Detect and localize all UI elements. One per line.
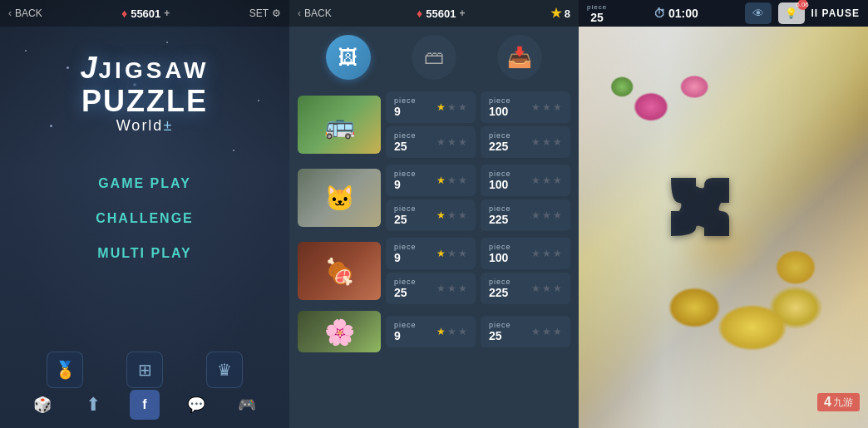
watermark: 4 九游 [817,393,860,411]
crown-icon: ♛ [217,360,232,380]
top-bar-right: piece 25 ⏱ 01:00 👁 💡 6.06 II PAUSE [579,0,868,27]
tab-photo[interactable]: 🖼 [326,35,371,80]
puzzle-options-food2: piece 100 ★ ★ ★ piece 225 [481,238,570,304]
star-dot [25,50,27,52]
logo: JJIGSAW PUZZLE World± [81,52,210,135]
puzzle-group-flowers: 🌸 piece 9 ★ ★ ★ [298,311,570,352]
main-menu: GAME PLAY CHALLENGE MULTI PLAY [0,168,289,269]
dice-button[interactable]: 🎲 [27,390,57,420]
puzzle-options-cat: piece 9 ★ ★ ★ piece 25 [386,165,476,231]
gamepad-button[interactable]: 🎮 [232,390,262,420]
menu-item-multiplay[interactable]: MULTI PLAY [45,238,244,269]
share-icon: ⬆ [86,394,101,416]
piece-option-cat-25[interactable]: piece 25 ★ ★ ★ [386,199,476,231]
eye-button[interactable]: 👁 [745,2,772,24]
piece-option-flowers-9[interactable]: piece 9 ★ ★ ★ [386,316,476,347]
crown-button[interactable]: ♛ [206,352,243,388]
set-label: SET [249,7,269,19]
puzzle-thumb-flowers[interactable]: 🌸 [298,311,381,352]
facebook-button[interactable]: f [130,390,160,420]
grid-icon: ⊞ [138,360,152,380]
gems-value: 55601 [131,7,160,20]
star-icon: ★ [550,6,561,21]
menu-item-gameplay[interactable]: GAME PLAY [45,168,244,199]
piece-stars: ★ ★ ★ [531,136,562,148]
right-controls: 👁 💡 6.06 II PAUSE [745,2,860,24]
piece-option-cat-9[interactable]: piece 9 ★ ★ ★ [386,165,476,196]
puzzle-thumb-cat[interactable]: 🐱 [298,169,381,227]
tab-gallery[interactable]: 🗃 [412,35,456,80]
puzzle-row-beach: 🚌 piece 9 ★ ★ ★ [298,91,570,158]
chevron-left-icon: ‹ [298,7,301,19]
photo-icon: 🖼 [338,46,358,69]
gallery-icon: 🗃 [424,46,444,69]
piece-option-food-100[interactable]: piece 100 ★ ★ ★ [481,238,570,269]
puzzle-row-food: 🍖 piece 9 ★ ★ ★ [298,238,570,304]
puzzle-row-cat: 🐱 piece 9 ★ ★ ★ [298,165,570,231]
piece-option-100[interactable]: piece 100 ★ ★ ★ [481,91,570,123]
piece-option-25[interactable]: piece 25 ★ ★ ★ [386,126,476,158]
top-bar-mid: ‹ BACK ♦ 55601 + ★ 8 [289,0,579,27]
middle-panel: ‹ BACK ♦ 55601 + ★ 8 🖼 🗃 📥 🚌 [289,0,579,428]
clock-icon: ⏱ [653,7,665,20]
piece-option-flowers-25[interactable]: piece 25 ★ ★ ★ [481,316,570,347]
grid-button[interactable]: ⊞ [126,352,163,388]
menu-item-challenge[interactable]: CHALLENGE [45,203,244,234]
piece-option-cat-100[interactable]: piece 100 ★ ★ ★ [481,165,570,196]
star-dot [258,100,259,101]
piece-option-cat-225[interactable]: piece 225 ★ ★ ★ [481,199,570,231]
chat-icon: 💬 [187,396,205,414]
piece-stars: ★ ★ ★ [531,248,562,259]
piece-stars: ★ ★ ★ [531,175,562,186]
watermark-num: 4 [824,395,831,410]
piece-option-food-225[interactable]: piece 225 ★ ★ ★ [481,273,570,304]
piece-option-food-25[interactable]: piece 25 ★ ★ ★ [386,273,476,304]
back-button-mid[interactable]: ‹ BACK [298,7,332,19]
achievement-button[interactable]: 🏅 [47,352,83,388]
stars-display: ★ 8 [550,6,570,21]
logo-title: JJIGSAW PUZZLE [81,52,210,117]
gems-display-mid: ♦ 55601 + [417,7,465,20]
piece-option-225[interactable]: piece 225 ★ ★ ★ [481,126,570,158]
piece-option-food-9[interactable]: piece 9 ★ ★ ★ [386,238,476,269]
piece-label: piece 225 [489,204,511,226]
puzzle-background: 4 九游 [579,27,868,428]
piece-option-9[interactable]: piece 9 ★ ★ ★ [386,91,476,123]
gamepad-icon: 🎮 [238,396,256,414]
stars-count: 8 [565,7,570,20]
hint-count-badge: 6.06 [797,0,808,10]
gem-icon-mid: ♦ [417,7,422,20]
left-panel: ‹ BACK ♦ 55601 + SET ⚙ JJIGSAW PUZZLE Wo… [0,0,289,428]
piece-label: piece 9 [394,96,417,118]
puzzle-options-food: piece 9 ★ ★ ★ piece 25 [386,238,476,304]
piece-stars: ★ ★ ★ [531,101,562,113]
puzzle-thumb-beach[interactable]: 🚌 [298,96,381,154]
logo-world: World± [81,117,210,135]
puzzle-options-cat2: piece 100 ★ ★ ★ piece 225 [481,165,570,231]
top-bar: ‹ BACK ♦ 55601 + SET ⚙ [0,0,289,27]
hint-icon: 💡 [785,7,797,19]
share-button[interactable]: ⬆ [78,390,108,420]
watermark-brand: 九游 [833,396,853,410]
chat-button[interactable]: 💬 [181,390,211,420]
hint-button[interactable]: 💡 6.06 [778,2,805,24]
puzzle-group-cat: 🐱 piece 9 ★ ★ ★ [298,165,570,231]
back-button[interactable]: ‹ BACK [8,7,42,19]
eye-icon: 👁 [752,7,764,20]
back-label-mid: BACK [304,7,332,19]
chevron-left-icon: ‹ [8,7,12,19]
piece-stars: ★ ★ ★ [436,209,467,221]
puzzle-piece-svg [667,174,733,240]
settings-button[interactable]: SET ⚙ [249,7,281,19]
piece-stars: ★ ★ ★ [436,136,467,148]
facebook-icon: f [142,397,146,412]
tab-download[interactable]: 📥 [497,35,542,80]
pause-button[interactable]: II PAUSE [811,7,860,19]
puzzle-options-beach2: piece 100 ★ ★ ★ piece 225 [481,91,570,158]
puzzle-list: 🚌 piece 9 ★ ★ ★ [289,88,579,428]
piece-word-right: piece [587,3,607,11]
piece-stars: ★ ★ ★ [436,101,467,113]
piece-label: piece 100 [489,243,511,264]
timer-value: 01:00 [668,7,698,20]
puzzle-thumb-food[interactable]: 🍖 [298,242,381,300]
